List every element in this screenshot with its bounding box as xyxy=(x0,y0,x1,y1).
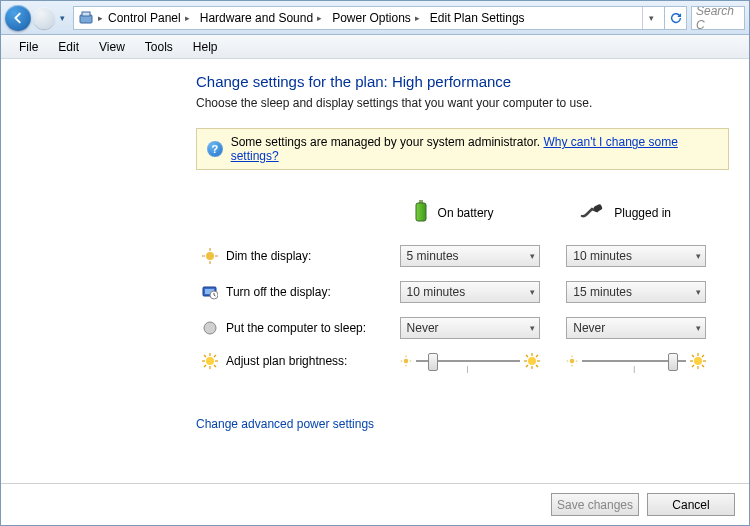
svg-line-20 xyxy=(214,365,216,367)
forward-button[interactable] xyxy=(33,7,55,29)
svg-line-49 xyxy=(692,365,694,367)
svg-point-13 xyxy=(204,322,216,334)
menu-help[interactable]: Help xyxy=(185,38,226,56)
menu-edit[interactable]: Edit xyxy=(50,38,87,56)
search-placeholder: Search C xyxy=(696,6,740,30)
sleep-battery-dropdown[interactable]: Never▾ xyxy=(400,317,540,339)
svg-rect-1 xyxy=(82,12,90,16)
svg-line-48 xyxy=(702,365,704,367)
sun-small-icon xyxy=(400,355,412,367)
page-title: Change settings for the plan: High perfo… xyxy=(196,73,729,90)
sun-small-icon xyxy=(566,355,578,367)
advanced-settings-link[interactable]: Change advanced power settings xyxy=(196,417,374,431)
content-area: Change settings for the plan: High perfo… xyxy=(1,59,749,483)
admin-notice: ? Some settings are managed by your syst… xyxy=(196,128,729,170)
turnoff-battery-dropdown[interactable]: 10 minutes▾ xyxy=(400,281,540,303)
svg-line-22 xyxy=(214,355,216,357)
control-panel-icon xyxy=(78,10,94,26)
settings-grid: On battery Plugged in Dim the xyxy=(196,192,729,377)
svg-point-42 xyxy=(694,357,702,365)
turnoff-display-label: Turn off the display: xyxy=(226,285,331,299)
info-icon: ? xyxy=(207,141,223,157)
history-dropdown[interactable]: ▾ xyxy=(57,13,67,23)
plug-icon xyxy=(580,203,604,222)
menu-bar: File Edit View Tools Help xyxy=(1,35,749,59)
menu-tools[interactable]: Tools xyxy=(137,38,181,56)
battery-icon xyxy=(414,200,428,225)
sleep-label: Put the computer to sleep: xyxy=(226,321,366,335)
breadcrumb[interactable]: ▸ Control Panel▸ Hardware and Sound▸ Pow… xyxy=(73,6,665,30)
refresh-button[interactable] xyxy=(665,6,687,30)
breadcrumb-item[interactable]: Control Panel▸ xyxy=(103,11,195,25)
sleep-icon xyxy=(202,320,218,336)
svg-point-5 xyxy=(206,252,214,260)
column-battery-label: On battery xyxy=(438,206,494,220)
svg-line-50 xyxy=(702,355,704,357)
svg-line-33 xyxy=(526,355,528,357)
breadcrumb-item[interactable]: Hardware and Sound▸ xyxy=(195,11,327,25)
breadcrumb-item[interactable]: Power Options▸ xyxy=(327,11,425,25)
notice-text: Some settings are managed by your system… xyxy=(231,135,540,149)
dim-plugged-dropdown[interactable]: 10 minutes▾ xyxy=(566,245,706,267)
sun-large-icon xyxy=(524,353,540,369)
svg-rect-3 xyxy=(416,203,426,221)
brightness-plugged-slider[interactable] xyxy=(566,353,706,369)
dim-battery-dropdown[interactable]: 5 minutes▾ xyxy=(400,245,540,267)
save-button[interactable]: Save changes xyxy=(551,493,639,516)
svg-point-14 xyxy=(206,357,214,365)
column-plugged-label: Plugged in xyxy=(614,206,671,220)
page-description: Choose the sleep and display settings th… xyxy=(196,96,729,110)
turnoff-plugged-dropdown[interactable]: 15 minutes▾ xyxy=(566,281,706,303)
svg-point-37 xyxy=(570,359,575,364)
svg-point-23 xyxy=(403,359,408,364)
search-input[interactable]: Search C xyxy=(691,6,745,30)
cancel-button[interactable]: Cancel xyxy=(647,493,735,516)
footer: Save changes Cancel xyxy=(1,483,749,525)
back-button[interactable] xyxy=(5,5,31,31)
sun-large-icon xyxy=(690,353,706,369)
breadcrumb-dropdown[interactable]: ▾ xyxy=(642,7,660,29)
brightness-icon xyxy=(202,353,218,369)
sleep-plugged-dropdown[interactable]: Never▾ xyxy=(566,317,706,339)
svg-line-47 xyxy=(692,355,694,357)
dim-display-label: Dim the display: xyxy=(226,249,311,263)
navigation-bar: ▾ ▸ Control Panel▸ Hardware and Sound▸ P… xyxy=(1,1,749,35)
turnoff-display-icon xyxy=(202,284,218,300)
brightness-battery-slider[interactable] xyxy=(400,353,540,369)
svg-point-28 xyxy=(528,357,536,365)
svg-line-21 xyxy=(204,365,206,367)
svg-line-36 xyxy=(536,355,538,357)
menu-view[interactable]: View xyxy=(91,38,133,56)
breadcrumb-item[interactable]: Edit Plan Settings xyxy=(425,11,530,25)
brightness-label: Adjust plan brightness: xyxy=(226,354,347,368)
svg-line-35 xyxy=(526,365,528,367)
svg-line-19 xyxy=(204,355,206,357)
svg-line-34 xyxy=(536,365,538,367)
dim-display-icon xyxy=(202,248,218,264)
menu-file[interactable]: File xyxy=(11,38,46,56)
